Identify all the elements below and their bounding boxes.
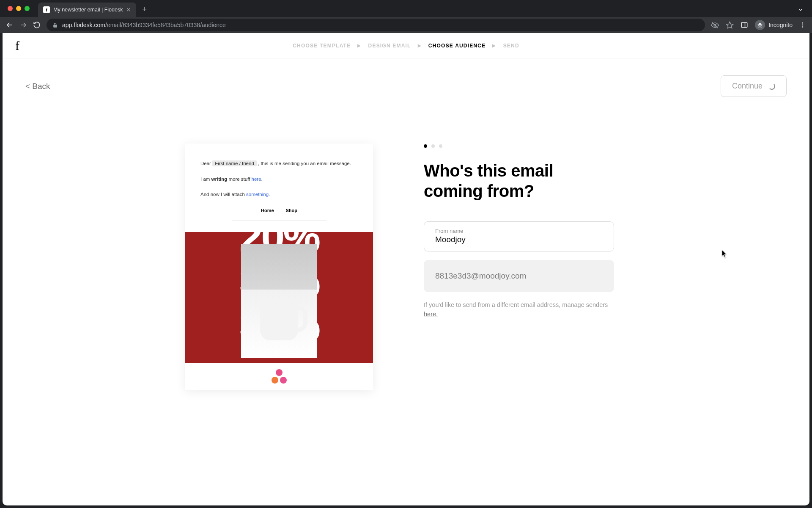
lock-icon [52,22,58,28]
email-preview-card: Dear First name / friend , this is me se… [185,144,373,390]
window-minimize-icon[interactable] [16,6,21,11]
address-bar[interactable]: app.flodesk.com/email/6343b9334fe5843ba5… [47,19,705,31]
from-name-field[interactable]: From name [424,221,614,251]
svg-rect-4 [741,22,747,28]
side-panel-icon[interactable] [741,21,748,29]
window-maximize-icon[interactable] [25,6,30,11]
tab-strip: f My newsletter email | Flodesk ✕ + [0,0,812,17]
continue-button[interactable]: Continue [721,75,787,97]
step-dot-2 [431,144,435,148]
nav-reload-icon[interactable] [33,21,41,29]
merge-tag-chip: First name / friend [212,160,257,166]
crumb-design-email[interactable]: DESIGN EMAIL [368,43,411,49]
preview-nav-shop: Shop [286,208,298,213]
content-row: Dear First name / friend , this is me se… [25,144,787,390]
preview-brand-dots-icon [272,369,287,384]
svg-point-6 [758,25,760,27]
new-tab-button[interactable]: + [142,5,147,14]
preview-line3: And now I will attach something. [200,192,358,197]
page-top-bar: < Back Continue [25,75,787,97]
svg-point-11 [802,26,804,28]
loading-spinner-icon [768,83,775,90]
back-link[interactable]: < Back [25,82,50,91]
breadcrumb: CHOOSE TEMPLATE ▶ DESIGN EMAIL ▶ CHOOSE … [293,43,519,49]
app-header: f CHOOSE TEMPLATE ▶ DESIGN EMAIL ▶ CHOOS… [3,33,809,58]
chevron-right-icon: ▶ [357,43,361,48]
helper-text: If you'd like to send from a different e… [424,301,614,319]
step-indicator [424,144,614,148]
preview-nav-home: Home [261,208,274,213]
preview-line2: I am writing more stuff here. [200,177,358,182]
manage-senders-link[interactable]: here. [424,311,438,318]
chevron-right-icon: ▶ [492,43,496,48]
incognito-icon [755,20,765,30]
tab-favicon-icon: f [43,6,50,13]
tab-title: My newsletter email | Flodesk [53,7,123,13]
nav-forward-icon [19,21,27,29]
window-controls [8,6,30,11]
from-email-field: 8813e3d3@moodjoy.com [424,260,614,292]
app-viewport: f CHOOSE TEMPLATE ▶ DESIGN EMAIL ▶ CHOOS… [3,33,809,505]
tabs-dropdown-icon[interactable] [798,7,804,13]
svg-point-7 [760,25,762,27]
preview-greeting: Dear First name / friend , this is me se… [200,160,358,166]
window-close-icon[interactable] [8,6,13,11]
kebab-menu-icon[interactable] [799,22,806,28]
svg-point-10 [802,25,804,26]
from-email-value: 8813e3d3@moodjoy.com [435,271,603,281]
tab-close-icon[interactable]: ✕ [126,6,131,13]
crumb-choose-audience[interactable]: CHOOSE AUDIENCE [428,43,486,49]
crumb-send[interactable]: SEND [503,43,519,49]
incognito-badge[interactable]: Incognito [755,20,793,30]
from-name-label: From name [435,228,603,234]
tracking-off-icon[interactable] [711,21,719,29]
preview-divider [232,221,326,221]
chevron-right-icon: ▶ [418,43,422,48]
browser-toolbar: app.flodesk.com/email/6343b9334fe5843ba5… [0,17,812,33]
svg-marker-3 [727,22,733,28]
url-text: app.flodesk.com/email/6343b9334fe5843ba5… [62,22,226,28]
mug-photo [241,244,317,358]
form-title: Who's this email coming from? [424,160,614,201]
browser-chrome: f My newsletter email | Flodesk ✕ + app.… [0,0,812,33]
form-column: Who's this email coming from? From name … [424,144,614,390]
continue-label: Continue [732,82,763,91]
page-body: < Back Continue Dear First name / friend… [3,58,809,407]
bookmark-star-icon[interactable] [726,21,734,29]
svg-point-9 [802,22,804,24]
toolbar-right: Incognito [711,20,806,30]
preview-hero-image: 20% 30% 30% [185,232,373,363]
flodesk-logo[interactable]: f [15,39,19,53]
nav-back-icon[interactable] [6,21,14,29]
preview-nav: Home Shop [200,208,358,213]
crumb-choose-template[interactable]: CHOOSE TEMPLATE [293,43,351,49]
step-dot-3 [439,144,442,148]
step-dot-1 [424,144,427,148]
browser-tab[interactable]: f My newsletter email | Flodesk ✕ [38,3,136,17]
from-name-input[interactable] [435,235,603,244]
